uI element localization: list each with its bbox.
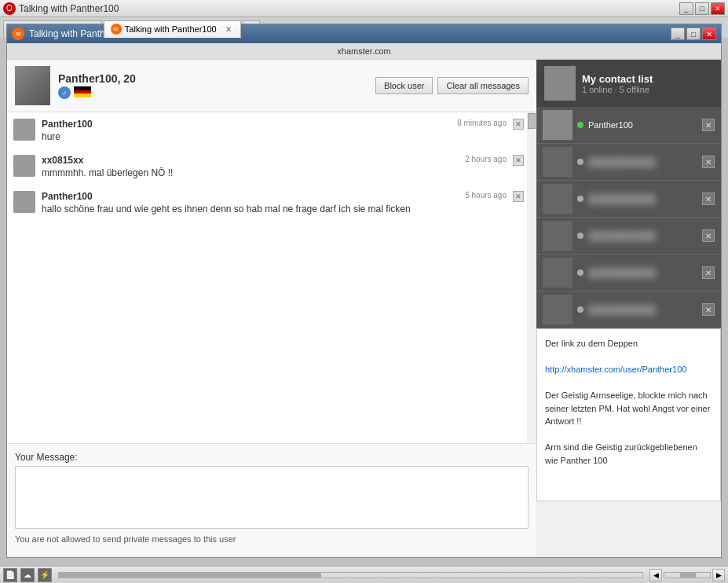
user-name-text: Panther100, 20 (58, 72, 136, 85)
window-minimize[interactable]: _ (671, 28, 685, 40)
message-input[interactable] (15, 466, 529, 529)
contact-avatar (543, 258, 573, 288)
message-body: xx0815xx mmmmhh. mal überlegen NÖ !! (42, 155, 530, 178)
tab-icon-talking: ✉ (111, 24, 122, 35)
window-maximize[interactable]: □ (686, 28, 701, 40)
chat-window: ✉ Talking with Panther100 _ □ ✕ xhamster… (6, 24, 722, 558)
contact-avatar (543, 184, 573, 214)
scroll-thumb[interactable] (528, 113, 536, 129)
close-window-button[interactable]: ✕ (711, 2, 725, 15)
main-content: Panther100, 20 ♂ Block user Clear all me… (7, 60, 721, 555)
remove-contact-button[interactable]: ✕ (702, 192, 715, 205)
window-close[interactable]: ✕ (702, 28, 716, 40)
remove-contact-button[interactable]: ✕ (702, 119, 715, 131)
clear-messages-button[interactable]: Clear all messages (437, 77, 529, 94)
contact-list-header: My contact list 1 online · 5 offline (536, 60, 721, 107)
message-author: xx0815xx (42, 155, 83, 166)
contact-name: ███████████ (588, 194, 697, 204)
message-time: 8 minutes ago (457, 119, 507, 127)
table-row: Panther100 hallo schöne frau und wie geh… (13, 191, 530, 214)
contact-list-avatar (544, 66, 576, 101)
user-avatar (15, 66, 50, 105)
panel-line4: Arm sind die Geistig zurückgebliebenen w… (545, 441, 712, 467)
text-panel: Your Message: You are not allowed to sen… (7, 443, 536, 555)
scroll-right-button[interactable]: ▶ (712, 569, 725, 581)
remove-contact-button[interactable]: ✕ (702, 266, 715, 279)
hscroll-thumb[interactable] (680, 573, 696, 578)
message-author: Panther100 (42, 119, 93, 130)
contact-name: ███████████ (588, 268, 697, 277)
window-controls: _ □ ✕ (679, 2, 725, 15)
status-dot-offline (577, 233, 583, 239)
delete-message-button[interactable]: ✕ (513, 155, 524, 166)
remove-contact-button[interactable]: ✕ (702, 229, 715, 242)
user-display-name: Panther100, 20 (58, 72, 368, 85)
minimize-button[interactable]: _ (679, 2, 693, 15)
list-item[interactable]: Panther100 ✕ (536, 107, 721, 144)
message-author: Panther100 (42, 191, 93, 202)
tab-talking-panther[interactable]: ✉ Talking with Panther100 ✕ (104, 20, 241, 38)
browser-title: Talking with Panther100 (19, 3, 119, 14)
country-flag (74, 86, 91, 97)
message-text: hure (42, 131, 530, 142)
list-item[interactable]: ███████████ ✕ (536, 218, 721, 255)
user-info: Panther100, 20 ♂ (58, 72, 368, 99)
scroll-controls: ◀ ▶ (649, 569, 725, 581)
contact-name: Panther100 (588, 120, 697, 130)
remove-contact-button[interactable]: ✕ (702, 156, 715, 168)
panel-link[interactable]: http://xhamster.com/user/Panther100 (545, 365, 686, 374)
delete-message-button[interactable]: ✕ (513, 191, 524, 202)
remove-contact-button[interactable]: ✕ (702, 303, 715, 316)
status-dot-offline (577, 270, 583, 276)
status-dot-offline (577, 306, 583, 313)
window-control-buttons: _ □ ✕ (671, 28, 716, 40)
gender-badge: ♂ (58, 86, 71, 99)
avatar (13, 119, 35, 141)
scroll-track[interactable] (527, 112, 536, 443)
messages-area[interactable]: Panther100 hure 8 minutes ago ✕ xx0815xx… (7, 112, 536, 443)
panel-line2: http://xhamster.com/user/Panther100 (545, 363, 712, 376)
contact-list: My contact list 1 online · 5 offline Pan… (536, 60, 721, 328)
horizontal-scrollbar[interactable] (664, 572, 711, 578)
contact-list-status: 1 online · 5 offline (582, 85, 713, 94)
avatar (13, 191, 35, 213)
panel-line1: Der link zu dem Deppen (545, 337, 712, 350)
table-row: xx0815xx mmmmhh. mal überlegen NÖ !! 2 h… (13, 155, 530, 178)
list-item[interactable]: ███████████ ✕ (536, 255, 721, 292)
window-title-icon: ✉ (12, 28, 24, 40)
list-item[interactable]: ███████████ ✕ (536, 292, 721, 328)
contact-name: ███████████ (588, 157, 697, 167)
user-header: Panther100, 20 ♂ Block user Clear all me… (7, 60, 536, 112)
tab-label-talking: Talking with Panther100 (125, 24, 217, 34)
your-message-label: Your Message: (15, 452, 529, 463)
contact-name: ███████████ (588, 231, 697, 240)
contact-name: ███████████ (588, 305, 697, 314)
status-icon-cloud[interactable]: ☁ (20, 568, 35, 582)
status-dot-offline (577, 196, 583, 202)
block-user-button[interactable]: Block user (375, 77, 433, 94)
list-item[interactable]: ███████████ ✕ (536, 181, 721, 218)
avatar (13, 155, 35, 177)
message-body: Panther100 hallo schöne frau und wie geh… (42, 191, 530, 214)
not-allowed-message: You are not allowed to send private mess… (15, 531, 529, 547)
maximize-button[interactable]: □ (695, 2, 709, 15)
status-dot-offline (577, 159, 583, 165)
progress-bar (58, 572, 643, 578)
list-item[interactable]: ███████████ ✕ (536, 144, 721, 181)
contact-list-info: My contact list 1 online · 5 offline (582, 73, 713, 94)
chat-area: Panther100, 20 ♂ Block user Clear all me… (7, 60, 536, 555)
delete-message-button[interactable]: ✕ (513, 119, 524, 130)
message-text: mmmmhh. mal überlegen NÖ !! (42, 167, 530, 178)
contact-avatar (543, 110, 573, 140)
status-icon-rss[interactable]: ⚡ (38, 568, 52, 582)
progress-inner (59, 573, 321, 578)
scroll-left-button[interactable]: ◀ (649, 569, 662, 581)
status-icon-page[interactable]: 📄 (3, 568, 17, 582)
status-bar: 📄 ☁ ⚡ ◀ ▶ (0, 566, 728, 583)
message-text: hallo schöne frau und wie geht es ihnen … (42, 204, 530, 214)
tab-close-talking[interactable]: ✕ (223, 24, 234, 35)
message-time: 5 hours ago (465, 191, 507, 200)
contact-avatar (543, 221, 573, 251)
panel-line3: Der Geistig Armseelige, blockte mich nac… (545, 389, 712, 428)
user-badges: ♂ (58, 86, 368, 99)
